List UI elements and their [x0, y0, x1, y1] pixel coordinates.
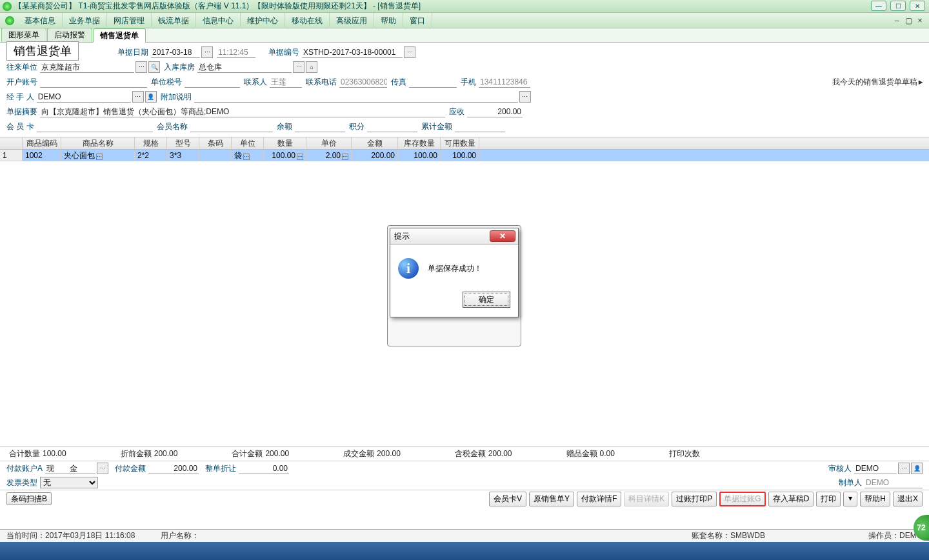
col-model[interactable]: 型号 [167, 137, 199, 149]
cell-model[interactable]: 3*3 [167, 150, 199, 161]
save-draft-button[interactable]: 存入草稿D [768, 492, 814, 506]
docno-picker-button[interactable]: ⋯ [404, 46, 415, 58]
remark-picker-button[interactable]: ⋯ [519, 91, 531, 103]
mdi-min[interactable]: – [892, 16, 902, 25]
table-row[interactable]: 1 1002 夹心面包⋯ 2*2 3*3 袋⋯ 100.00⋯ 2.00⋯ 20… [0, 150, 929, 161]
card-value[interactable] [37, 121, 153, 132]
barcode-scan-button[interactable]: 条码扫描B [6, 492, 52, 505]
docno-value[interactable]: XSTHD-2017-03-18-00001 [302, 46, 403, 58]
payacct-value[interactable]: 现 金 [45, 463, 95, 474]
menu-advanced[interactable]: 高级应用 [330, 13, 374, 28]
col-amount[interactable]: 金额 [352, 137, 398, 149]
modal-message: 单据保存成功！ [428, 263, 482, 274]
col-code[interactable]: 商品编码 [23, 137, 61, 149]
cell-spec[interactable]: 2*2 [135, 150, 167, 161]
date-picker-button[interactable]: ⋯ [201, 46, 213, 58]
wh-picker-button[interactable]: ⋯ [293, 61, 305, 73]
mobile-value[interactable]: 13411123846 [479, 76, 530, 88]
auditor-user-icon[interactable]: 👤 [911, 463, 923, 474]
summary-value[interactable]: 向【京克隆超市】销售退货（夹心面包）等商品;DEMO [40, 106, 445, 117]
auditor-value[interactable]: DEMO [854, 463, 897, 474]
pay-detail-button[interactable]: 付款详情F [577, 492, 621, 506]
cell-price-picker-icon[interactable]: ⋯ [342, 154, 348, 160]
modal-close-button[interactable]: ✕ [490, 230, 515, 242]
tab-sales-return[interactable]: 销售退货单 [93, 28, 146, 43]
help-button[interactable]: 帮助H [860, 492, 890, 506]
cell-code[interactable]: 1002 [23, 150, 61, 161]
handler-user-icon[interactable]: 👤 [145, 91, 157, 103]
os-taskbar[interactable] [0, 542, 929, 560]
col-price[interactable]: 单价 [306, 137, 352, 149]
acct-value[interactable] [40, 76, 147, 88]
orig-sale-button[interactable]: 原销售单Y [529, 492, 574, 506]
total-deal: 成交金额200.00 [341, 448, 401, 459]
from-value[interactable]: 京克隆超市 [40, 61, 134, 73]
close-button[interactable]: ✕ [910, 1, 925, 11]
col-rownum[interactable] [0, 137, 23, 149]
cell-rownum: 1 [0, 150, 23, 161]
date-value[interactable]: 2017-03-18 [151, 46, 200, 58]
draft-note[interactable]: 我今天的销售退货单草稿 ▸ [832, 77, 923, 88]
wh-value[interactable]: 总仓库 [197, 61, 292, 73]
modal-title-bar[interactable]: 提示 ✕ [390, 228, 518, 245]
menu-shop-manage[interactable]: 网店管理 [107, 13, 152, 28]
col-barcode[interactable]: 条码 [199, 137, 232, 149]
cell-name[interactable]: 夹心面包⋯ [61, 150, 135, 161]
cell-barcode[interactable] [199, 150, 232, 161]
cell-qty-picker-icon[interactable]: ⋯ [297, 154, 303, 160]
mname-value [190, 121, 273, 132]
maximize-button[interactable]: ☐ [890, 1, 906, 11]
col-unit[interactable]: 单位 [232, 137, 264, 149]
payacct-picker-button[interactable]: ⋯ [97, 463, 108, 474]
payamt-value[interactable]: 200.00 [148, 463, 199, 474]
mobile-label: 手机 [461, 77, 476, 88]
handler-picker-button[interactable]: ⋯ [132, 91, 144, 103]
tax-label: 单位税号 [151, 77, 182, 88]
cell-unit[interactable]: 袋⋯ [232, 150, 264, 161]
menu-info-center[interactable]: 信息中心 [196, 13, 241, 28]
menu-biz-docs[interactable]: 业务单据 [63, 13, 107, 28]
inv-select[interactable]: 无 [40, 477, 98, 488]
contact-value[interactable]: 王莲 [270, 76, 302, 88]
col-stock[interactable]: 库存数量 [398, 137, 441, 149]
disc-value[interactable]: 0.00 [239, 463, 289, 474]
from-lookup-icon[interactable]: 🔍 [148, 61, 160, 73]
exit-button[interactable]: 退出X [893, 492, 923, 506]
cell-qty[interactable]: 100.00⋯ [264, 150, 306, 161]
cell-price[interactable]: 2.00⋯ [306, 150, 352, 161]
post-print-button[interactable]: 过账打印P [672, 492, 717, 506]
handler-value[interactable]: DEMO [37, 91, 131, 103]
col-avail[interactable]: 可用数量 [441, 137, 479, 149]
cell-unit-picker-icon[interactable]: ⋯ [243, 154, 250, 160]
mdi-max[interactable]: ▢ [903, 16, 914, 25]
print-button[interactable]: 打印 [816, 492, 841, 506]
status-bar: 当前时间：2017年03月18日 11:16:08 用户名称： 账套名称：SMB… [0, 529, 929, 542]
tel-value[interactable]: 02363006820 [339, 76, 387, 88]
wh-home-icon[interactable]: ⌂ [306, 61, 317, 73]
mdi-close[interactable]: × [915, 16, 925, 25]
tab-startup-alarm[interactable]: 启动报警 [47, 28, 92, 42]
menu-money-docs[interactable]: 钱流单据 [152, 13, 196, 28]
menu-app-icon [5, 16, 14, 25]
tab-graphic-menu[interactable]: 图形菜单 [1, 28, 46, 42]
tax-value[interactable] [185, 76, 240, 88]
auditor-picker-button[interactable]: ⋯ [898, 463, 910, 474]
remark-value[interactable] [194, 91, 518, 103]
modal-ok-button[interactable]: 确定 [463, 292, 510, 308]
col-qty[interactable]: 数量 [264, 137, 306, 149]
menu-help[interactable]: 帮助 [374, 13, 403, 28]
member-card-button[interactable]: 会员卡V [489, 492, 526, 506]
print-dropdown-button[interactable]: ▾ [843, 492, 857, 506]
menu-window[interactable]: 窗口 [403, 13, 432, 28]
cell-amount[interactable]: 200.00 [352, 150, 398, 161]
from-picker-button[interactable]: ⋯ [135, 61, 147, 73]
menu-basic-info[interactable]: 基本信息 [18, 13, 63, 28]
col-spec[interactable]: 规格 [135, 137, 167, 149]
tab-bar: 图形菜单 启动报警 销售退货单 [0, 28, 929, 43]
fax-value[interactable] [409, 76, 457, 88]
col-name[interactable]: 商品名称 [61, 137, 135, 149]
menu-mobile[interactable]: 移动在线 [285, 13, 330, 28]
menu-maintain[interactable]: 维护中心 [241, 13, 285, 28]
cell-name-picker-icon[interactable]: ⋯ [96, 154, 103, 160]
minimize-button[interactable]: — [871, 1, 886, 11]
